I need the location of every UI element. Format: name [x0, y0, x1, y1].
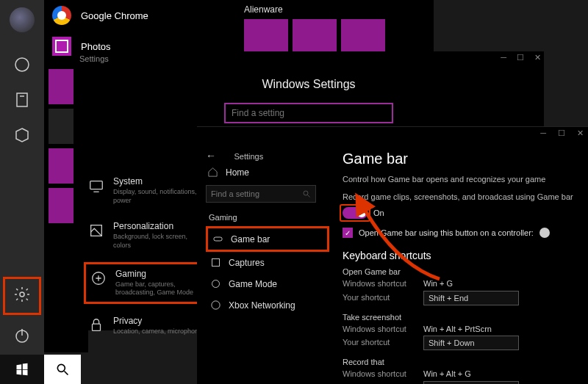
shortcut-win-value: Win + Alt + G [423, 368, 471, 381]
shortcut-your-label: Your shortcut [343, 291, 423, 305]
close-button[interactable]: ✕ [534, 53, 541, 62]
cat-sub: Display, sound, notifications, power [113, 188, 206, 205]
settings-cat-personalization[interactable]: PersonalizationBackground, lock screen, … [88, 221, 206, 250]
minimize-button[interactable]: ─ [501, 53, 506, 62]
toggle-description: Record game clips, screenshots, and broa… [343, 192, 575, 201]
svg-rect-8 [90, 181, 103, 189]
settings-cat-system[interactable]: SystemDisplay, sound, notifications, pow… [88, 176, 206, 205]
close-button[interactable]: ✕ [577, 128, 584, 138]
sidebar-section-label: Settings [234, 152, 263, 161]
maximize-button[interactable]: ☐ [517, 53, 524, 62]
settings-search-input[interactable] [224, 103, 393, 123]
taskbar-app-edge[interactable] [12, 54, 32, 75]
cat-label: Privacy [113, 316, 202, 326]
cat-sub: Background, lock screen, colors [113, 233, 206, 250]
settings-button-highlight [3, 277, 41, 315]
start-button[interactable] [0, 355, 44, 384]
gear-icon [13, 286, 31, 303]
settings-heading: Windows Settings [74, 78, 544, 91]
sidebar-item-captures[interactable]: Captures [206, 252, 329, 273]
taskbar-app-store[interactable] [12, 90, 32, 110]
start-bottom-row [0, 355, 81, 384]
xbox-icon [210, 300, 221, 311]
search-icon [55, 362, 70, 377]
search-icon [302, 189, 311, 198]
settings-cat-privacy[interactable]: PrivacyLocation, camera, microphone [88, 316, 206, 336]
gamemode-icon [210, 278, 221, 289]
svg-point-17 [212, 280, 220, 288]
sidebar-item-gamebar[interactable]: Game bar [206, 226, 329, 252]
start-tile[interactable] [244, 19, 288, 56]
sidebar-item-gamemode[interactable]: Game Mode [206, 273, 329, 294]
user-avatar[interactable] [10, 7, 35, 32]
sidebar-search-input[interactable] [207, 189, 295, 198]
sidebar-item-label: Game bar [231, 234, 270, 244]
cat-label: Gaming [115, 269, 204, 279]
system-icon [88, 178, 104, 194]
toggle-state-label: On [373, 209, 384, 217]
svg-rect-15 [214, 237, 222, 241]
power-button[interactable] [12, 325, 32, 346]
cat-label: Personalization [113, 221, 206, 231]
shortcut-input[interactable] [423, 381, 519, 384]
sidebar-item-label: Xbox Networking [229, 300, 295, 311]
shortcut-win-label: Windows shortcut [343, 278, 423, 291]
shortcut-win-label: Windows shortcut [343, 323, 423, 336]
sidebar-item-label: Game Mode [229, 279, 277, 289]
svg-rect-12 [93, 324, 101, 330]
gaming-settings-window: ─ ☐ ✕ ← Settings Home Gaming Game bar [197, 126, 588, 384]
sidebar-item-label: Captures [229, 258, 265, 268]
settings-main: Game bar Control how Game bar opens and … [329, 143, 588, 384]
sidebar-item-xbox[interactable]: Xbox Networking [206, 294, 329, 316]
photos-icon [51, 36, 72, 57]
shortcut-open-gamebar: Open Game bar Windows shortcutWin + G Yo… [343, 267, 575, 305]
maximize-button[interactable]: ☐ [558, 128, 565, 138]
sidebar-home-label: Home [226, 167, 249, 178]
gamebar-toggle[interactable] [343, 207, 368, 219]
shortcut-input[interactable] [423, 336, 519, 350]
start-app-chrome[interactable]: Google Chrome [44, 0, 235, 31]
gaming-icon [90, 270, 107, 286]
settings-cat-gaming[interactable]: GamingGame bar, captures, broadcasting, … [84, 262, 210, 304]
sidebar-search[interactable] [206, 185, 316, 203]
start-app-label: Photos [81, 41, 110, 52]
cat-sub: Location, camera, microphone [113, 327, 202, 336]
minimize-button[interactable]: ─ [540, 128, 546, 138]
shortcut-win-value: Win + G [423, 278, 453, 291]
shortcut-title: Open Game bar [343, 267, 575, 276]
svg-rect-1 [17, 93, 27, 106]
settings-button[interactable] [13, 286, 31, 306]
checkbox-label: Open Game bar using this button on a con… [359, 228, 534, 237]
shortcut-record-that: Record that Windows shortcutWin + Alt + … [343, 358, 575, 384]
start-tile[interactable] [293, 19, 337, 56]
shortcut-input[interactable] [423, 291, 519, 305]
power-icon [13, 327, 31, 344]
shortcut-your-label: Your shortcut [343, 336, 423, 349]
sidebar-group-label: Gaming [209, 213, 329, 222]
back-button[interactable]: ← [206, 150, 216, 162]
start-tile[interactable] [341, 19, 385, 56]
personalization-icon [88, 222, 104, 239]
windows-icon [15, 362, 29, 377]
shortcut-win-value: Win + Alt + PrtScrn [423, 323, 492, 336]
svg-rect-16 [212, 259, 220, 267]
window-title: Settings [79, 54, 109, 63]
window-titlebar[interactable]: Settings ─ ☐ ✕ [74, 51, 544, 70]
svg-line-7 [65, 372, 68, 375]
window-titlebar[interactable]: ─ ☐ ✕ [197, 127, 588, 143]
page-title: Game bar [343, 151, 575, 167]
svg-line-14 [308, 195, 310, 198]
controller-checkbox[interactable]: ✓ [343, 228, 353, 238]
shortcut-take-screenshot: Take screenshot Windows shortcutWin + Al… [343, 313, 575, 351]
privacy-icon [88, 317, 104, 333]
svg-point-3 [20, 292, 24, 297]
taskbar-search[interactable] [44, 355, 81, 384]
taskbar [0, 0, 44, 384]
taskbar-app-3d[interactable] [12, 125, 32, 145]
shortcut-title: Take screenshot [343, 313, 575, 322]
settings-sidebar: ← Settings Home Gaming Game bar Captures [197, 143, 329, 384]
captures-icon [210, 257, 221, 268]
svg-point-18 [212, 301, 220, 309]
svg-point-6 [57, 364, 65, 372]
sidebar-home[interactable]: Home [207, 167, 329, 178]
